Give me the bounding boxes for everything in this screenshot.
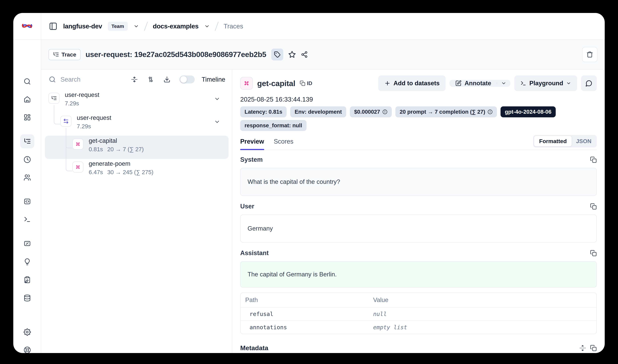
observation-title: get-capital (257, 79, 295, 88)
user-section-header: User (240, 203, 597, 210)
metadata-title: Metadata (240, 344, 268, 352)
org-chevron-down-icon[interactable] (133, 24, 139, 29)
share-icon (301, 51, 308, 58)
sidebar-settings-icon[interactable] (24, 328, 31, 336)
sidebar-datasets-icon[interactable] (24, 294, 31, 302)
collapse-all-button[interactable] (131, 76, 138, 83)
add-to-datasets-button[interactable]: Add to datasets (378, 76, 446, 91)
tokens-badge[interactable]: 20 prompt → 7 completion (∑ 27) (395, 106, 497, 117)
response-format-badge: response_format: null (240, 120, 307, 131)
sidebar-users-icon[interactable] (24, 174, 31, 181)
copy-assistant-button[interactable] (590, 250, 597, 257)
table-cell-path: refusal (241, 311, 369, 317)
sidebar-support-icon[interactable] (24, 346, 31, 353)
bookmark-star-button[interactable] (288, 51, 296, 58)
org-plan-badge: Team (108, 22, 128, 31)
download-button[interactable] (164, 76, 170, 83)
toggle-knob (180, 76, 187, 83)
section-title: System (240, 156, 263, 163)
sidebar-playground-icon[interactable] (24, 216, 31, 223)
table-header-path: Path (241, 297, 369, 303)
tree-row-trace-root[interactable]: user-request 7.29s (41, 91, 232, 113)
detail-tabs: Preview Scores Formatted JSON (240, 135, 597, 150)
tree-row-duration: 7.29s (77, 123, 91, 130)
view-options-button[interactable] (147, 76, 154, 83)
sidebar-dashboards-icon[interactable] (24, 114, 31, 121)
breadcrumb-separator (144, 22, 148, 31)
copy-system-button[interactable] (590, 156, 597, 163)
sidebar-tracing-icon-active[interactable] (20, 134, 34, 148)
info-icon (488, 109, 493, 114)
tag-button[interactable] (271, 49, 283, 61)
system-message-card: What is the capital of the country? (240, 168, 597, 196)
sidebar-scores-icon[interactable] (24, 240, 31, 247)
logo-area (13, 13, 41, 39)
observation-timestamp: 2025-08-25 16:33:44.139 (240, 96, 597, 103)
breadcrumb-page[interactable]: Traces (224, 23, 243, 30)
breadcrumb-org[interactable]: langfuse-dev (63, 23, 102, 30)
sidebar-collapse-icon[interactable] (49, 22, 57, 31)
format-formatted-option[interactable]: Formatted (534, 136, 572, 146)
annotate-dropdown-chevron[interactable] (497, 80, 510, 87)
playground-button[interactable]: Playground (514, 76, 577, 91)
app-window: langfuse-dev Team docs-examples Traces (13, 13, 605, 353)
format-segmented-control: Formatted JSON (533, 135, 597, 147)
tree-toolbar: Search Timeline (41, 69, 232, 88)
generation-icon (243, 80, 250, 87)
sidebar-prompts-icon[interactable] (24, 198, 31, 205)
comments-button[interactable] (581, 76, 597, 91)
user-message-text: Germany (247, 225, 273, 232)
timeline-toggle[interactable] (180, 76, 195, 83)
assistant-message-text: The capital of Germany is Berlin. (247, 271, 337, 278)
table-cell-value: null (369, 311, 596, 317)
section-title: User (240, 203, 254, 210)
unfold-vertical-icon (579, 345, 586, 351)
collapse-chevron-icon[interactable] (214, 96, 220, 102)
copy-icon (590, 156, 597, 163)
delete-trace-button[interactable] (582, 47, 597, 62)
collapse-chevron-icon[interactable] (214, 119, 220, 125)
table-row: annotations empty list (241, 320, 596, 334)
copy-metadata-button[interactable] (590, 345, 597, 351)
breadcrumb-project[interactable]: docs-examples (153, 23, 199, 30)
sidebar-search-icon[interactable] (24, 78, 31, 85)
section-title: Assistant (240, 249, 269, 257)
sidebar-home-icon[interactable] (24, 96, 31, 103)
trace-tree-icon (53, 51, 59, 58)
output-details-table: Path Value refusal null annotations empt… (240, 293, 597, 334)
cost-badge[interactable]: $0.000027 (350, 106, 392, 117)
sidebar-annotation-icon[interactable] (24, 276, 31, 283)
copy-icon (590, 203, 597, 210)
expand-metadata-button[interactable] (579, 345, 586, 351)
table-row: refusal null (241, 307, 596, 320)
project-chevron-down-icon[interactable] (204, 24, 210, 29)
badge-row-2: response_format: null (240, 120, 597, 131)
langfuse-logo-icon (22, 23, 32, 30)
trace-title: user-request: 19e27ac025d543b008e9086977… (86, 50, 266, 59)
trash-icon (586, 51, 593, 58)
timeline-toggle-label: Timeline (202, 76, 225, 83)
copy-id-button[interactable]: ID (300, 80, 312, 86)
tree-row-span[interactable]: user-request 7.29s (41, 114, 232, 136)
tree-search-input[interactable]: Search (61, 76, 80, 83)
copy-icon (590, 250, 597, 257)
share-button[interactable] (301, 51, 308, 58)
tree-row-get-capital[interactable]: get-capital 0.81s20 → 7 (∑ 27) (41, 137, 232, 159)
breadcrumb-separator (215, 22, 219, 31)
latency-badge: Latency: 0.81s (240, 106, 287, 117)
copy-user-button[interactable] (590, 203, 597, 210)
sidebar-sessions-icon[interactable] (24, 156, 31, 163)
tree-row-tokens: 20 → 7 (∑ 27) (107, 146, 144, 153)
trace-tree-icon (51, 95, 57, 101)
tag-icon (274, 51, 281, 58)
model-badge[interactable]: gpt-4o-2024-08-06 (501, 106, 556, 117)
format-json-option[interactable]: JSON (572, 136, 596, 146)
tree-row-name: user-request (65, 91, 99, 98)
annotate-button[interactable]: Annotate (450, 80, 497, 87)
tree-row-generate-poem[interactable]: generate-poem 6.47s30 → 245 (∑ 275) (41, 160, 232, 182)
tab-preview[interactable]: Preview (240, 138, 264, 150)
terminal-icon (520, 80, 526, 86)
tree-row-tokens: 30 → 245 (∑ 275) (107, 169, 154, 176)
sidebar-evals-icon[interactable] (24, 258, 31, 265)
tab-scores[interactable]: Scores (274, 138, 293, 150)
